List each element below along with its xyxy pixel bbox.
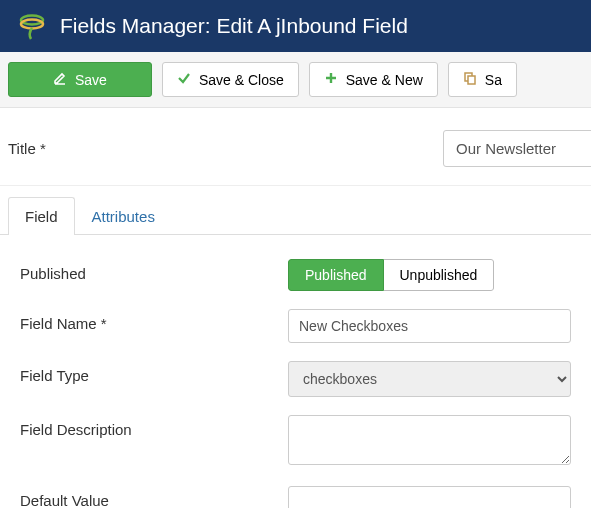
tabs: Field Attributes [0, 196, 591, 235]
published-toggle: Published Unpublished [288, 259, 494, 291]
page-title: Fields Manager: Edit A jInbound Field [60, 14, 408, 38]
label-default-value: Default Value [20, 486, 288, 508]
default-value-input[interactable] [288, 486, 571, 508]
page-header: Fields Manager: Edit A jInbound Field [0, 0, 591, 52]
title-label: Title * [8, 140, 443, 157]
label-published: Published [20, 259, 288, 291]
copy-icon [463, 71, 477, 88]
row-field-name: Field Name * [20, 309, 571, 343]
title-input[interactable] [443, 130, 591, 167]
save-new-button[interactable]: Save & New [309, 62, 438, 97]
field-description-textarea[interactable] [288, 415, 571, 465]
edit-icon [53, 71, 67, 88]
save-new-label: Save & New [346, 72, 423, 88]
row-published: Published Published Unpublished [20, 259, 571, 291]
tab-attributes[interactable]: Attributes [75, 197, 172, 235]
save-copy-label: Sa [485, 72, 502, 88]
published-option-off[interactable]: Unpublished [384, 259, 495, 291]
save-close-label: Save & Close [199, 72, 284, 88]
label-field-description: Field Description [20, 415, 288, 468]
save-button-label: Save [75, 72, 107, 88]
row-field-description: Field Description [20, 415, 571, 468]
label-field-type: Field Type [20, 361, 288, 397]
title-row: Title * [0, 108, 591, 186]
check-icon [177, 71, 191, 88]
form-panel: Published Published Unpublished Field Na… [0, 235, 591, 508]
save-copy-button[interactable]: Sa [448, 62, 517, 97]
save-close-button[interactable]: Save & Close [162, 62, 299, 97]
label-field-name: Field Name * [20, 309, 288, 343]
action-toolbar: Save Save & Close Save & New Sa [0, 52, 591, 108]
row-field-type: Field Type checkboxes [20, 361, 571, 397]
field-type-select[interactable]: checkboxes [288, 361, 571, 397]
row-default-value: Default Value [20, 486, 571, 508]
plus-icon [324, 71, 338, 88]
field-name-input[interactable] [288, 309, 571, 343]
svg-rect-3 [468, 76, 475, 84]
tab-field[interactable]: Field [8, 197, 75, 235]
published-option-on[interactable]: Published [288, 259, 384, 291]
logo-icon [18, 12, 46, 40]
save-button[interactable]: Save [8, 62, 152, 97]
